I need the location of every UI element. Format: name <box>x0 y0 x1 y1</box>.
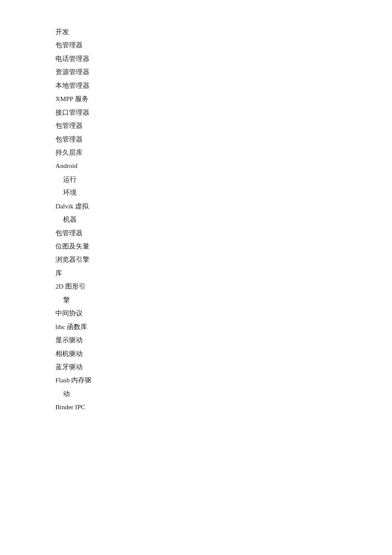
list-item: 位图及矢量 <box>55 240 337 252</box>
list-item: Dalvik 虚拟 <box>55 200 337 212</box>
list-item: 包管理器 <box>55 119 337 132</box>
list-item: 相机驱动 <box>55 347 337 360</box>
list-item: 环境 <box>55 186 337 199</box>
main-content: 开发包管理器电话管理器资源管理器本地管理器XMPP 服务接口管理器包管理器包管理… <box>0 0 392 440</box>
list-item: 接口管理器 <box>55 106 337 119</box>
list-item: 资源管理器 <box>55 66 337 78</box>
list-item: 本地管理器 <box>55 79 337 92</box>
list-item: 显示驱动 <box>55 334 337 346</box>
list-item: 持久层库 <box>55 146 337 159</box>
list-item: 开发 <box>55 26 337 38</box>
list-item: 浏览器引擎 <box>55 253 337 266</box>
list-item: 库 <box>55 267 337 279</box>
list-item: 擎 <box>55 294 337 306</box>
list-item: libc 函数库 <box>55 321 337 333</box>
list-item: 电话管理器 <box>55 52 337 65</box>
list-item: 运行 <box>55 173 337 185</box>
list-item: 包管理器 <box>55 227 337 239</box>
list-item: 动 <box>55 387 337 400</box>
list-item: 中间协议 <box>55 307 337 319</box>
list-item: 机器 <box>55 213 337 225</box>
list-item: Binder IPC <box>55 401 337 413</box>
list-item: 包管理器 <box>55 39 337 51</box>
list-item: Android <box>55 159 337 172</box>
list-item: XMPP 服务 <box>55 92 337 105</box>
list-item: 包管理器 <box>55 133 337 145</box>
list-item: 2D 图形引 <box>55 280 337 292</box>
list-item: 蓝牙驱动 <box>55 361 337 373</box>
list-item: Flash 内存驱 <box>55 374 337 386</box>
